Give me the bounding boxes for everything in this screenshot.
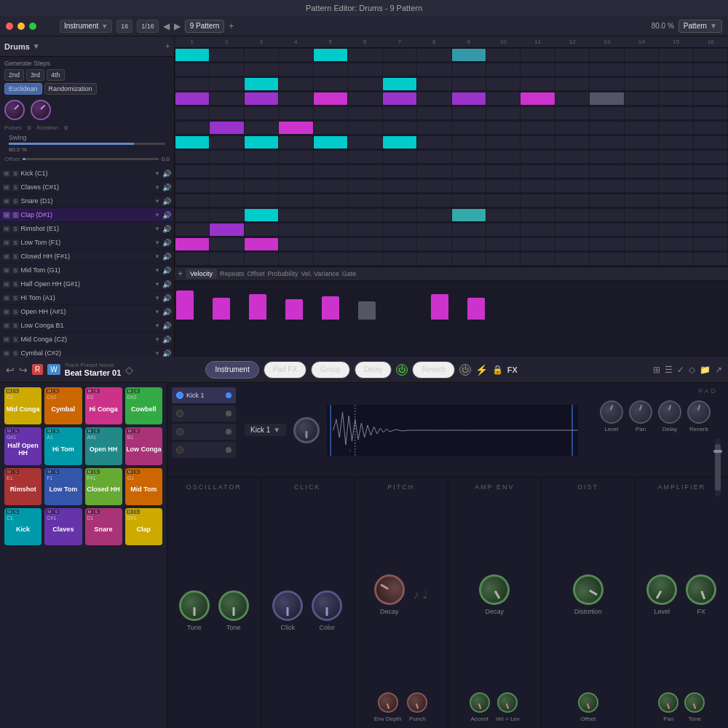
beat-row-midconga[interactable]	[175, 223, 728, 237]
track-row[interactable]: M S Kick (C1) ▼ 🔊	[0, 167, 174, 181]
beat-cell[interactable]	[314, 49, 347, 61]
beat-cell[interactable]	[279, 49, 312, 61]
beat-cell[interactable]	[625, 78, 658, 90]
speaker-icon[interactable]: 🔊	[162, 197, 171, 205]
add-pattern-btn[interactable]: +	[229, 21, 234, 31]
beat-cell[interactable]	[694, 107, 727, 119]
beat-cell[interactable]	[175, 122, 209, 134]
beat-cell[interactable]	[625, 107, 658, 119]
beat-cell[interactable]	[175, 165, 209, 178]
beat-cell[interactable]	[521, 194, 554, 207]
solo-btn[interactable]: S	[12, 170, 19, 177]
amp-level-knob[interactable]	[641, 569, 683, 610]
beat-cell[interactable]	[210, 238, 243, 250]
pad-clap[interactable]: M S D#1 Clap	[125, 508, 162, 545]
color-knob[interactable]	[312, 590, 342, 621]
beat-cell[interactable]	[245, 136, 278, 149]
mute-btn[interactable]: M	[3, 198, 10, 205]
beat-cell[interactable]	[348, 122, 381, 134]
offset-slider[interactable]	[23, 158, 159, 160]
beat-cell[interactable]	[486, 107, 520, 119]
beat-cell[interactable]	[659, 107, 692, 119]
beat-cell[interactable]	[555, 151, 589, 163]
beat-cell[interactable]	[210, 92, 243, 105]
beat-cell[interactable]	[659, 180, 692, 192]
beat-cell[interactable]	[210, 78, 243, 90]
arrow-left-icon[interactable]: ◀	[163, 21, 170, 31]
quantize-select[interactable]: 1/16	[137, 20, 159, 33]
beat-cell[interactable]	[521, 238, 554, 250]
beat-cell[interactable]	[279, 151, 312, 163]
beat-cell[interactable]	[210, 49, 243, 61]
beat-cell[interactable]	[417, 63, 451, 76]
click-knob[interactable]	[272, 590, 303, 621]
beat-cell[interactable]	[659, 165, 692, 178]
beat-cell[interactable]	[279, 122, 312, 134]
beat-cell[interactable]	[452, 238, 486, 250]
beat-cell[interactable]	[314, 151, 347, 163]
beat-cell[interactable]	[245, 92, 278, 105]
beat-cell[interactable]	[521, 92, 554, 105]
beat-cell[interactable]	[452, 165, 486, 178]
beat-cell[interactable]	[452, 223, 486, 236]
beat-cell[interactable]	[175, 194, 209, 207]
offset-knob[interactable]	[578, 692, 598, 713]
beat-cell[interactable]	[694, 238, 727, 250]
mute-btn[interactable]: M	[3, 170, 10, 177]
beat-cell[interactable]	[555, 209, 589, 221]
beat-cell[interactable]	[555, 122, 589, 134]
beat-cell[interactable]	[452, 107, 486, 119]
pitch-decay-knob[interactable]	[368, 569, 410, 610]
beat-cell[interactable]	[383, 92, 416, 105]
beat-cell[interactable]	[590, 238, 623, 250]
beat-cell[interactable]	[694, 122, 727, 134]
beat-cell[interactable]	[590, 136, 623, 149]
mute-btn[interactable]: M	[3, 323, 10, 329]
delay-power-btn[interactable]: ⏻	[396, 364, 408, 376]
beat-cell[interactable]	[245, 209, 278, 221]
beat-row-hiconga[interactable]	[175, 252, 728, 266]
beat-row-openhh[interactable]	[175, 194, 728, 207]
beat-cell[interactable]	[452, 209, 486, 221]
solo-btn[interactable]: S	[12, 226, 19, 232]
pad-closed-hh[interactable]: M S F#1 Closed HH	[85, 468, 122, 505]
arrow-right-icon[interactable]: ▶	[174, 21, 181, 31]
beat-cell[interactable]	[625, 165, 658, 178]
solo-btn[interactable]: S	[12, 212, 19, 218]
speaker-icon[interactable]: 🔊	[162, 211, 171, 219]
beat-cell[interactable]	[314, 63, 347, 76]
beat-cell[interactable]	[383, 122, 416, 134]
maximize-btn[interactable]	[29, 23, 36, 30]
track-row[interactable]: M S Open HH (A#1) ▼ 🔊	[0, 305, 174, 319]
beat-cell[interactable]	[590, 223, 623, 236]
instrument-tab[interactable]: Instrument	[205, 361, 258, 379]
beat-cell[interactable]	[348, 78, 381, 90]
external-icon[interactable]: ↗	[715, 365, 722, 375]
beat-cell[interactable]	[348, 180, 381, 192]
speaker-icon[interactable]: 🔊	[162, 280, 171, 288]
beat-cell[interactable]	[348, 194, 381, 207]
reverb-knob[interactable]	[687, 400, 711, 424]
lightning-icon[interactable]: ⚡	[475, 364, 488, 376]
beat-cell[interactable]	[383, 78, 416, 90]
solo-btn[interactable]: S	[12, 184, 19, 191]
gate-tab[interactable]: Gate	[342, 270, 357, 277]
vel-variance-tab[interactable]: Vel. Variance	[301, 270, 339, 277]
diamond-icon[interactable]: ◇	[689, 365, 695, 375]
beat-cell[interactable]	[245, 78, 278, 90]
beat-cell[interactable]	[314, 78, 347, 90]
beat-cell[interactable]	[383, 180, 416, 192]
beat-cell[interactable]	[279, 253, 312, 265]
list-view-icon[interactable]: ☰	[665, 365, 673, 375]
amp-decay-knob[interactable]	[474, 569, 515, 610]
beat-cell[interactable]	[210, 165, 243, 178]
beat-cell[interactable]	[625, 49, 658, 61]
beat-cell[interactable]	[348, 63, 381, 76]
solo-btn[interactable]: S	[12, 295, 19, 301]
beat-cell[interactable]	[590, 107, 623, 119]
beat-cell[interactable]	[314, 238, 347, 250]
delay-knob[interactable]	[658, 400, 681, 424]
pattern-name[interactable]: 9 Pattern	[185, 20, 225, 33]
beat-cell[interactable]	[314, 223, 347, 236]
beat-cell[interactable]	[590, 165, 623, 178]
